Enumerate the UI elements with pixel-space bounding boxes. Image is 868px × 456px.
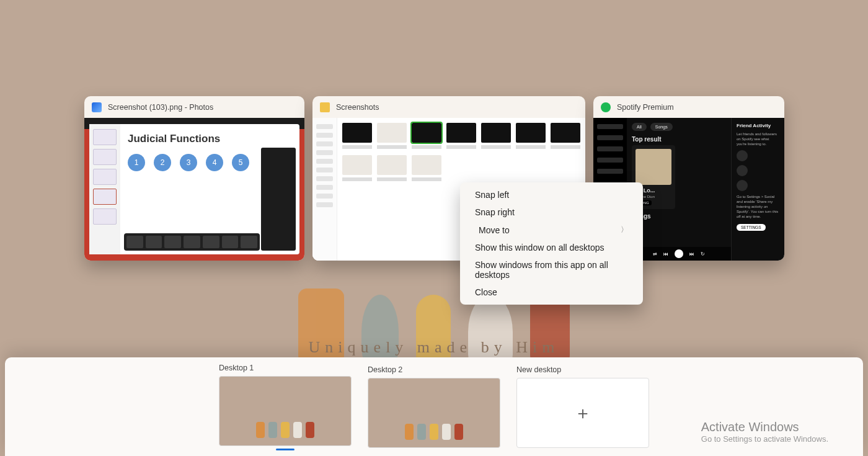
desktop-preview[interactable] [219, 376, 352, 446]
filter-pill-all: All [632, 123, 647, 131]
desktop-label: Desktop 2 [368, 365, 500, 374]
window-title: Screenshot (103).png - Photos [108, 103, 213, 112]
task-view-windows: Screenshot (103).png - Photos Judicial F… [84, 96, 784, 261]
next-icon: ⏭ [689, 251, 694, 257]
desktop-2[interactable]: Desktop 2 [368, 365, 500, 448]
spotify-icon [601, 102, 611, 112]
window-preview-photos[interactable]: Screenshot (103).png - Photos Judicial F… [84, 96, 304, 261]
window-header: Spotify Premium [593, 96, 784, 118]
photos-app-icon [92, 102, 102, 112]
menu-move-to[interactable]: Move to 〉 [460, 221, 643, 239]
desktop-label: New desktop [516, 365, 649, 374]
chevron-right-icon: 〉 [621, 225, 628, 235]
menu-show-app-on-all-desktops[interactable]: Show windows from this app on all deskto… [460, 256, 643, 284]
window-title: Screenshots [336, 103, 379, 112]
wallpaper-tagline: Uniquely made by Him [0, 338, 868, 357]
desktop-1[interactable]: Desktop 1 [219, 364, 352, 450]
watermark-subtitle: Go to Settings to activate Windows. [701, 434, 828, 444]
plus-icon: ＋ [574, 401, 591, 425]
play-icon [675, 249, 683, 258]
friend-activity-text: Let friends and followers on Spotify see… [737, 132, 779, 146]
menu-snap-left[interactable]: Snap left [460, 186, 643, 203]
filter-pill-songs: Songs [650, 123, 673, 131]
folder-icon [320, 102, 330, 112]
window-context-menu: Snap left Snap right Move to 〉 Show this… [460, 182, 643, 305]
window-header: Screenshots [312, 96, 585, 118]
activate-windows-watermark: Activate Windows Go to Settings to activ… [701, 420, 828, 444]
menu-show-on-all-desktops[interactable]: Show this window on all desktops [460, 239, 643, 256]
prev-icon: ⏮ [663, 251, 668, 257]
menu-snap-right[interactable]: Snap right [460, 203, 643, 221]
friend-activity-hint: Go to Settings > Social and enable 'Shar… [737, 195, 779, 219]
virtual-desktops-panel: Desktop 1 Desktop 2 New desktop ＋ Activa… [5, 357, 863, 456]
watermark-title: Activate Windows [701, 420, 828, 434]
slide-title: Judicial Functions [128, 133, 292, 145]
new-desktop[interactable]: New desktop ＋ [516, 365, 649, 448]
active-desktop-indicator [276, 449, 294, 450]
desktop-preview[interactable] [368, 378, 500, 448]
top-result-label: Top result [632, 136, 726, 143]
window-title: Spotify Premium [617, 103, 674, 112]
new-desktop-button[interactable]: ＋ [516, 378, 649, 448]
window-header: Screenshot (103).png - Photos [84, 96, 304, 118]
repeat-icon: ↻ [701, 251, 705, 257]
window-thumbnail: Judicial Functions 12345 [84, 118, 304, 261]
shuffle-icon: ⇄ [653, 251, 657, 257]
desktop-label: Desktop 1 [219, 364, 352, 372]
album-cover [636, 149, 671, 185]
friend-activity-title: Friend Activity [737, 123, 779, 128]
menu-close[interactable]: Close [460, 284, 643, 301]
songs-section-label: Songs [632, 213, 726, 220]
settings-button: SETTINGS [737, 224, 766, 231]
